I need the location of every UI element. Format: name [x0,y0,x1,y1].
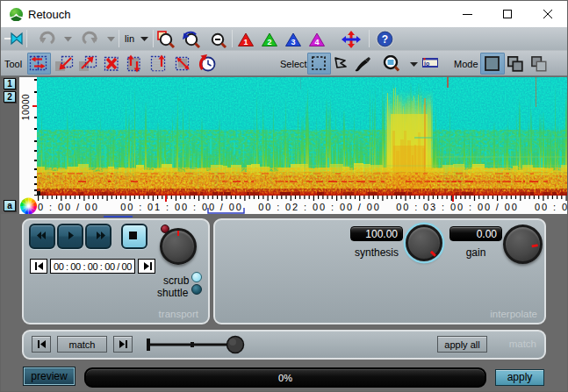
svg-text:3: 3 [291,38,295,46]
svg-text:00 : 02 : 00 : 00 / 00: 00 : 02 : 00 : 00 / 00 [258,202,381,212]
svg-text:?: ? [382,33,388,46]
svg-text:10000: 10000 [21,94,31,120]
svg-text:0 : 00 / 00: 0 : 00 / 00 [38,202,99,212]
svg-text:00 : 03 : 00 : 00 / 00: 00 : 03 : 00 : 00 / 00 [396,202,519,212]
svg-text:io: io [424,61,429,67]
svg-text:4: 4 [314,38,319,46]
svg-text:00 : 0: 00 : 0 [535,202,567,212]
svg-text:1: 1 [243,38,248,46]
svg-text:2: 2 [267,38,271,46]
svg-text:00 : 01 : 00 : 00 / 00: 00 : 01 : 00 : 00 / 00 [120,202,243,212]
